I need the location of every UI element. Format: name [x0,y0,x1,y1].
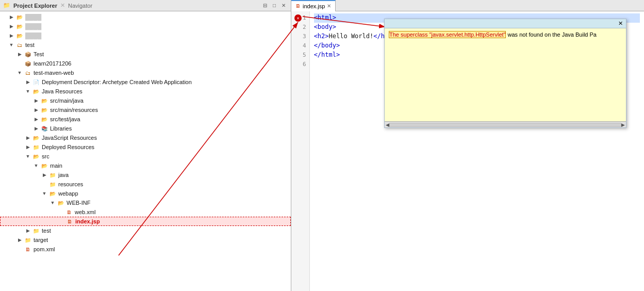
xml-file-icon: 🗎 [65,208,73,216]
code-tag: </html> [314,50,340,60]
list-item[interactable]: ▼ 🗂 test-maven-web [0,68,291,77]
code-text: Hello World! [329,31,374,41]
list-item[interactable]: ▼ 🗂 test [0,40,291,50]
list-item[interactable]: ▶ 📂 ████ [0,22,291,31]
java-project-icon: 📂 [15,31,24,40]
line-number-row: 6 [294,60,306,69]
error-rest-text: was not found on the Java Build Pa [508,31,597,38]
horizontal-scrollbar[interactable]: ◀ ▶ [385,121,626,127]
item-label: ████ [25,14,41,20]
deployed-resources-item[interactable]: ▶ 📁 Deployed Resources [0,142,291,152]
error-message: The superclass "javax.servlet.http.HttpS… [389,31,622,38]
list-item[interactable]: ▶ 📂 src/test/java [0,115,291,124]
expand-icon: ▶ [25,135,31,141]
line-number-row: 5 [294,51,306,60]
item-label: test-maven-web [34,70,74,76]
list-item[interactable]: ▶ 🗎 web.xml [0,207,291,217]
line-number-row: ✕ 1 [294,13,306,23]
item-label: Java Resources [42,88,82,94]
list-item[interactable]: ▶ 🗎 pom.xml [0,245,291,254]
list-item[interactable]: ▶ 📂 ████ [0,12,291,22]
project-explorer-icon: 📁 [3,2,10,9]
folder-open-icon: 📂 [57,199,65,207]
list-item[interactable]: ▶ 📂 src/main/java [0,96,291,105]
item-label: src [42,153,49,159]
java-project-icon: 📂 [15,22,24,30]
list-item[interactable]: ▶ 📂 ████ [0,31,291,40]
item-label: ████ [25,23,41,29]
list-item[interactable]: ▼ 📂 Java Resources [0,87,291,96]
item-label: Test [34,51,44,57]
list-item[interactable]: ▶ 📁 test [0,226,291,235]
list-item[interactable]: ▼ 📂 main [0,161,291,170]
tab-close-button[interactable]: ✕ [327,3,331,9]
expand-icon: ▼ [41,190,47,197]
minimize-button[interactable]: ⊟ [261,2,269,10]
expand-icon: ▶ [8,14,14,20]
folder-open-icon: 📂 [40,161,48,170]
list-item[interactable]: ▶ 📂 src/main/resources [0,105,291,115]
package-icon: 📦 [24,50,32,58]
list-item[interactable]: ▶ 📦 Test [0,50,291,59]
editor-area[interactable]: ✕ 1 2 3 4 5 6 [291,11,644,291]
expand-icon: ▶ [33,107,39,113]
scroll-left-arrow[interactable]: ◀ [386,122,389,127]
list-item[interactable]: ▶ 📦 learn20171206 [0,59,291,68]
folder-icon: 📁 [32,227,40,235]
expand-icon: ▼ [16,70,23,76]
line-numbers: ✕ 1 2 3 4 5 6 [291,11,310,291]
list-item[interactable]: ▶ 📂 JavaScript Resources [0,133,291,142]
list-item[interactable]: ▶ 📁 resources [0,180,291,189]
list-item[interactable]: ▼ 📂 webapp [0,189,291,198]
panel-controls: ⊟ □ ✕ [261,2,288,10]
close-button[interactable]: ✕ [279,2,288,10]
panel-title: Project Explorer [13,3,57,9]
list-item[interactable]: ▶ 📁 java [0,170,291,180]
expand-icon: ▼ [8,42,14,48]
package-icon: 📦 [24,59,32,68]
maximize-button[interactable]: □ [270,2,278,10]
expand-icon: ▼ [33,163,39,169]
expand-icon: ▶ [41,172,47,178]
list-item[interactable]: ▶ 📚 Libraries [0,124,291,133]
index-jsp-item[interactable]: ▶ 🗎 index.jsp [0,217,291,226]
list-item[interactable]: ▼ 📂 WEB-INF [0,198,291,207]
popup-close-button[interactable]: ✕ [618,20,623,27]
descriptor-icon: 📄 [32,78,40,86]
item-label: java [58,172,69,178]
source-folder-icon: 📂 [40,96,48,105]
js-resources-icon: 📂 [32,134,40,142]
editor-tabs: 🗎 index.jsp ✕ [291,0,644,11]
item-label: learn20171206 [34,60,71,67]
code-tag: <body> [314,22,336,32]
panel-title-area: 📁 Project Explorer ✕ Navigator [3,2,92,9]
expand-icon: ▼ [49,200,56,206]
item-label: resources [58,181,83,187]
expand-icon: ▶ [8,23,14,29]
scrollbar-track[interactable] [389,123,621,127]
expand-icon: ▶ [16,51,23,57]
item-label: main [50,163,62,169]
item-label: ████ [25,33,41,39]
item-label: Libraries [50,125,72,132]
tab-label: index.jsp [303,3,325,9]
list-item[interactable]: ▶ 📄 Deployment Descriptor: Archetype Cre… [0,77,291,87]
item-label: test [42,228,51,234]
tab-divider: ✕ [60,2,65,9]
error-popup-body: The superclass "javax.servlet.http.HttpS… [385,28,626,121]
item-label: src/main/java [50,98,84,104]
code-tag: <html> [314,13,336,23]
list-item[interactable]: ▼ 📂 src [0,152,291,161]
item-label: index.jsp [75,218,100,224]
project-tree: ▶ 📂 ████ ▶ 📂 ████ ▶ 📂 ████ ▼ 🗂 test ▶ 📦 … [0,11,291,291]
editor-tab-indexjsp[interactable]: 🗎 index.jsp ✕ [291,0,336,11]
navigator-tab[interactable]: Navigator [68,3,92,9]
expand-icon: ▼ [25,153,31,159]
editor-wrapper: ✕ 1 2 3 4 5 6 [291,11,644,291]
scroll-right-arrow[interactable]: ▶ [621,122,625,127]
java-project-icon: 🗂 [15,41,24,49]
item-label: src/main/resources [50,107,98,113]
error-popup-header: ✕ [385,19,626,28]
list-item[interactable]: ▶ 📁 target [0,235,291,245]
item-label: test [25,42,35,48]
